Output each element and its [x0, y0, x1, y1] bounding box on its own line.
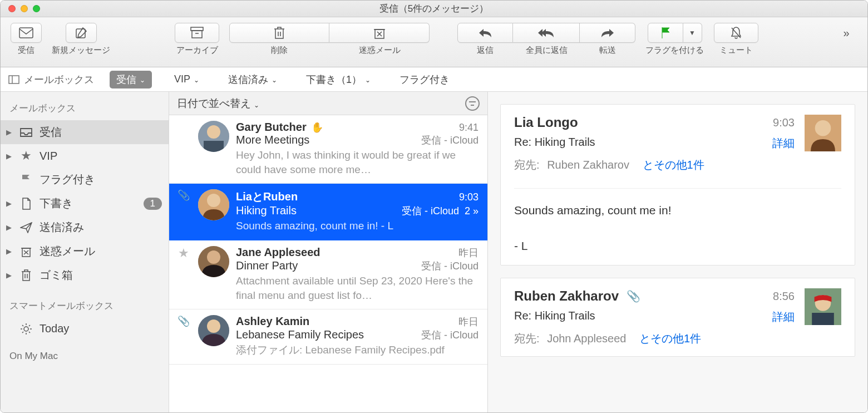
delete-label: 削除: [229, 45, 329, 56]
star-icon: ★: [178, 246, 189, 260]
zoom-window-button[interactable]: [33, 5, 40, 12]
reader-sender: Lia Longo: [514, 115, 578, 130]
to-label: 宛先:: [514, 159, 540, 171]
message-preview: Hey John, I was thinking it would be gre…: [236, 148, 479, 176]
paperclip-icon: 📎: [177, 189, 190, 201]
sidebar-item-today[interactable]: Today: [1, 318, 169, 340]
to-name: John Appleseed: [547, 332, 626, 345]
avatar: [198, 315, 229, 346]
avatar: [198, 246, 229, 277]
paper-plane-icon: [18, 222, 34, 233]
message-item[interactable]: 📎LiaとRuben9:03Hiking Trails受信 - iCloud 2…: [169, 184, 487, 240]
close-window-button[interactable]: [8, 5, 16, 12]
svg-point-19: [815, 120, 831, 136]
archive-button[interactable]: [175, 23, 219, 43]
archive-label: アーカイブ: [176, 45, 218, 56]
to-name: Ruben Zakharov: [547, 159, 629, 171]
details-link[interactable]: 詳細: [772, 309, 795, 324]
minimize-window-button[interactable]: [21, 5, 28, 12]
reader-subject: Re: Hiking Trails: [514, 136, 595, 151]
message-time: 9:41: [459, 122, 479, 134]
flag-icon: [18, 174, 34, 186]
flag-icon: [660, 27, 670, 39]
message-card: Ruben Zakharov 📎 8:56 Re: Hiking Trails …: [500, 278, 855, 357]
mailboxes-toggle[interactable]: メールボックス: [8, 73, 94, 86]
message-item[interactable]: Gary Butcher✋9:41More Meetings受信 - iClou…: [169, 115, 487, 184]
chevron-down-icon: ⌄: [254, 101, 259, 109]
message-folder: 受信 - iCloud: [421, 328, 479, 342]
flag-dropdown-button[interactable]: ▼: [683, 23, 702, 43]
sidebar-header-onmymac: On My Mac: [1, 348, 169, 367]
sidebar-item-inbox[interactable]: ▶ 受信: [1, 120, 169, 144]
svg-point-10: [207, 125, 220, 139]
toolbar-overflow-button[interactable]: »: [835, 23, 857, 43]
archive-icon: [190, 27, 204, 39]
favorite-inbox[interactable]: 受信 ⌄: [110, 71, 152, 88]
sidebar-item-flagged[interactable]: フラグ付き: [1, 168, 169, 191]
gear-icon: [18, 323, 34, 335]
to-more-link[interactable]: とその他1件: [643, 159, 704, 171]
sidebar-item-drafts[interactable]: ▶ 下書き 1: [1, 191, 169, 215]
svg-rect-2: [191, 27, 203, 31]
reply-all-icon: [538, 28, 555, 38]
disclosure-triangle-icon: ▶: [6, 223, 13, 232]
to-more-link[interactable]: とその他1件: [639, 332, 701, 345]
get-mail-label: 受信: [18, 45, 34, 56]
disclosure-triangle-icon: ▶: [6, 128, 13, 136]
details-link[interactable]: 詳細: [772, 136, 795, 151]
reader-time: 9:03: [773, 116, 795, 129]
message-item[interactable]: ★Jane Appleseed昨日Dinner Party受信 - iCloud…: [169, 240, 487, 309]
message-card: Lia Longo 9:03 Re: Hiking Trails 詳細 宛先: …: [500, 104, 855, 266]
get-mail-button[interactable]: [11, 23, 42, 43]
delete-button[interactable]: [229, 23, 329, 43]
window-title: 受信（5件のメッセージ）: [1, 2, 867, 15]
message-body-line: Sounds amazing, count me in!: [514, 201, 841, 220]
svg-rect-3: [192, 31, 202, 38]
message-sender: Gary Butcher: [236, 121, 307, 134]
reply-all-button[interactable]: [513, 23, 580, 43]
compose-button[interactable]: [66, 23, 97, 43]
message-sender: LiaとRuben: [236, 189, 298, 204]
flag-button[interactable]: [648, 23, 683, 43]
reply-button[interactable]: [457, 23, 513, 43]
message-preview: 添付ファイル: Lebanese Family Recipes.pdf: [236, 343, 479, 357]
toolbar: 受信 新規メッセージ アーカイブ 削: [1, 17, 867, 67]
mute-bell-icon: [730, 26, 742, 40]
filter-button[interactable]: [465, 96, 480, 111]
sidebar-item-sent[interactable]: ▶ 送信済み: [1, 215, 169, 239]
favorite-sent[interactable]: 送信済み ⌄: [221, 71, 284, 88]
chevron-down-icon: ▼: [689, 29, 696, 37]
avatar: [198, 121, 229, 152]
disclosure-triangle-icon: ▶: [6, 247, 13, 255]
favorite-flagged[interactable]: フラグ付き: [393, 71, 456, 88]
favorite-drafts[interactable]: 下書き（1） ⌄: [299, 71, 377, 88]
reply-label: 返信: [457, 45, 513, 56]
forward-button[interactable]: [580, 23, 635, 43]
sidebar-item-junk[interactable]: ▶ 迷惑メール: [1, 239, 169, 263]
junk-label: 迷惑メール: [329, 45, 430, 56]
message-time: 昨日: [458, 246, 479, 259]
message-subject: Hiking Trails: [236, 204, 297, 218]
message-preview: Attachment available until Sep 23, 2020 …: [236, 274, 479, 302]
favorite-vip[interactable]: VIP ⌄: [167, 71, 206, 87]
message-folder: 受信 - iCloud 2 »: [402, 204, 479, 218]
svg-rect-5: [9, 76, 19, 83]
sidebar-item-vip[interactable]: ▶ ★ VIP: [1, 144, 169, 168]
sort-button[interactable]: 日付で並べ替え ⌄: [177, 96, 259, 111]
message-item[interactable]: 📎Ashley Kamin昨日Lebanese Family Recipes受信…: [169, 309, 487, 365]
mute-label: ミュート: [719, 45, 753, 56]
junk-button[interactable]: [329, 23, 430, 43]
document-icon: [18, 198, 34, 210]
svg-point-17: [207, 319, 220, 333]
sidebar-icon: [8, 75, 19, 84]
message-folder: 受信 - iCloud: [421, 259, 479, 273]
compose-label: 新規メッセージ: [52, 45, 110, 56]
reader-time: 8:56: [773, 290, 795, 303]
message-subject: More Meetings: [236, 134, 309, 147]
paperclip-icon: 📎: [627, 289, 640, 303]
message-sender: Ashley Kamin: [236, 315, 309, 328]
sidebar-item-trash[interactable]: ▶ ゴミ箱: [1, 263, 169, 287]
mute-button[interactable]: [714, 23, 758, 43]
junk-icon: [373, 26, 386, 40]
disclosure-triangle-icon: ▶: [6, 199, 13, 208]
